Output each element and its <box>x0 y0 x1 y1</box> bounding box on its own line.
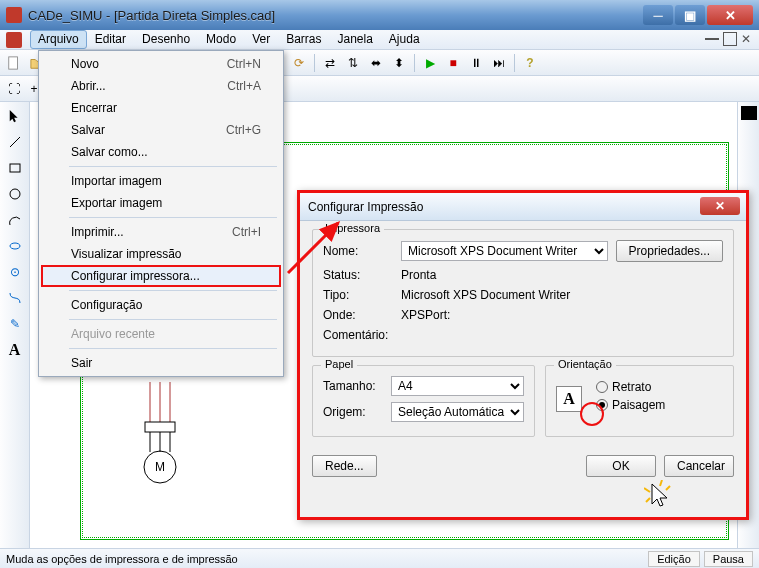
pause-icon[interactable]: ⏸ <box>466 53 486 73</box>
paper-group: Papel Tamanho:A4 Origem:Seleção Automáti… <box>312 365 535 437</box>
paper-size-select[interactable]: A4 <box>391 376 524 396</box>
mdi-restore-icon[interactable] <box>723 32 737 46</box>
stop-icon[interactable]: ■ <box>443 53 463 73</box>
doc-icon <box>6 32 22 48</box>
color-swatch-black[interactable] <box>741 106 757 120</box>
status-bar: Muda as opções de impressora e de impres… <box>0 548 759 568</box>
menu-encerrar[interactable]: Encerrar <box>41 97 281 119</box>
status-mode: Edição <box>648 551 700 567</box>
wire-tool-icon[interactable] <box>5 288 25 308</box>
source-label: Origem: <box>323 405 383 419</box>
menu-configurar-impressora[interactable]: Configurar impressora... <box>41 265 281 287</box>
svg-line-3 <box>10 137 20 147</box>
help-icon[interactable]: ? <box>520 53 540 73</box>
node-tool-icon[interactable]: ⊙ <box>5 262 25 282</box>
paper-source-select[interactable]: Seleção Automática <box>391 402 524 422</box>
printer-name-select[interactable]: Microsoft XPS Document Writer <box>401 241 608 261</box>
menu-configuracao[interactable]: Configuração <box>41 294 281 316</box>
dialog-close-button[interactable]: ✕ <box>700 197 740 215</box>
edit-tool-icon[interactable]: ✎ <box>5 314 25 334</box>
dialog-title: Configurar Impressão <box>308 200 423 214</box>
menu-modo[interactable]: Modo <box>198 30 244 49</box>
arc-tool-icon[interactable] <box>5 210 25 230</box>
menu-importar-imagem[interactable]: Importar imagem <box>41 170 281 192</box>
orientation-preview-icon: A <box>556 386 582 412</box>
menu-imprimir[interactable]: Imprimir...Ctrl+I <box>41 221 281 243</box>
dialog-titlebar: Configurar Impressão ✕ <box>300 193 746 221</box>
menu-salvar[interactable]: SalvarCtrl+G <box>41 119 281 141</box>
flip-v-icon[interactable]: ⇅ <box>343 53 363 73</box>
line-tool-icon[interactable] <box>5 132 25 152</box>
svg-point-6 <box>10 243 20 249</box>
menu-janela[interactable]: Janela <box>329 30 380 49</box>
flip-h-icon[interactable]: ⇄ <box>320 53 340 73</box>
portrait-radio[interactable] <box>596 381 608 393</box>
menu-barras[interactable]: Barras <box>278 30 329 49</box>
ellipse-tool-icon[interactable] <box>5 236 25 256</box>
close-button[interactable]: ✕ <box>707 5 753 25</box>
portrait-label: Retrato <box>612 380 651 394</box>
annotation-arrow <box>286 215 346 275</box>
menu-arquivo[interactable]: Arquivo <box>30 30 87 49</box>
new-icon[interactable] <box>4 53 24 73</box>
step-icon[interactable]: ⏭ <box>489 53 509 73</box>
play-icon[interactable]: ▶ <box>420 53 440 73</box>
properties-button[interactable]: Propriedades... <box>616 240 723 262</box>
svg-text:M: M <box>155 460 165 474</box>
text-tool-icon[interactable]: A <box>5 340 25 360</box>
type-label: Tipo: <box>323 288 393 302</box>
rotate-right-icon[interactable]: ⟳ <box>289 53 309 73</box>
separator <box>69 217 277 218</box>
mdi-close-icon[interactable]: ✕ <box>741 32 755 46</box>
svg-line-16 <box>288 223 338 273</box>
maximize-button[interactable]: ▣ <box>675 5 705 25</box>
landscape-radio[interactable] <box>596 399 608 411</box>
minimize-button[interactable]: ─ <box>643 5 673 25</box>
mdi-min-icon[interactable] <box>705 32 719 40</box>
window-title: CADe_SIMU - [Partida Direta Simples.cad] <box>28 8 643 23</box>
mirror-icon[interactable]: ⬌ <box>366 53 386 73</box>
zoom-fit-icon[interactable]: ⛶ <box>4 79 24 99</box>
cursor-tool-icon[interactable] <box>5 106 25 126</box>
printer-group: Impressora Nome: Microsoft XPS Document … <box>312 229 734 357</box>
cancel-button[interactable]: Cancelar <box>664 455 734 477</box>
where-value: XPSPort: <box>401 308 450 322</box>
mirror-v-icon[interactable]: ⬍ <box>389 53 409 73</box>
menu-abrir[interactable]: Abrir...Ctrl+A <box>41 75 281 97</box>
svg-rect-4 <box>10 164 20 172</box>
arquivo-dropdown: NovoCtrl+N Abrir...Ctrl+A Encerrar Salva… <box>38 50 284 377</box>
menu-visualizar-impressao[interactable]: Visualizar impressão <box>41 243 281 265</box>
menu-sair[interactable]: Sair <box>41 352 281 374</box>
svg-rect-10 <box>145 422 175 432</box>
menu-novo[interactable]: NovoCtrl+N <box>41 53 281 75</box>
app-icon <box>6 7 22 23</box>
separator <box>69 319 277 320</box>
size-label: Tamanho: <box>323 379 383 393</box>
portrait-radio-row[interactable]: Retrato <box>596 380 723 394</box>
landscape-label: Paisagem <box>612 398 665 412</box>
rect-tool-icon[interactable] <box>5 158 25 178</box>
schematic-symbol: M <box>130 382 210 502</box>
print-setup-dialog: Configurar Impressão ✕ Impressora Nome: … <box>297 190 749 520</box>
network-button[interactable]: Rede... <box>312 455 377 477</box>
type-value: Microsoft XPS Document Writer <box>401 288 570 302</box>
circle-tool-icon[interactable] <box>5 184 25 204</box>
status-value: Pronta <box>401 268 436 282</box>
menu-salvar-como[interactable]: Salvar como... <box>41 141 281 163</box>
ok-button[interactable]: OK <box>586 455 656 477</box>
menu-ajuda[interactable]: Ajuda <box>381 30 428 49</box>
orientation-group: Orientação A Retrato Paisagem <box>545 365 734 437</box>
paper-group-label: Papel <box>321 358 357 370</box>
comment-label: Comentário: <box>323 328 393 342</box>
separator <box>69 166 277 167</box>
landscape-radio-row[interactable]: Paisagem <box>596 398 723 412</box>
orientation-group-label: Orientação <box>554 358 616 370</box>
menu-desenho[interactable]: Desenho <box>134 30 198 49</box>
menu-editar[interactable]: Editar <box>87 30 134 49</box>
status-state: Pausa <box>704 551 753 567</box>
menu-ver[interactable]: Ver <box>244 30 278 49</box>
menu-exportar-imagem[interactable]: Exportar imagem <box>41 192 281 214</box>
separator <box>69 290 277 291</box>
separator <box>69 348 277 349</box>
left-toolbox: ⊙ ✎ A <box>0 102 30 548</box>
